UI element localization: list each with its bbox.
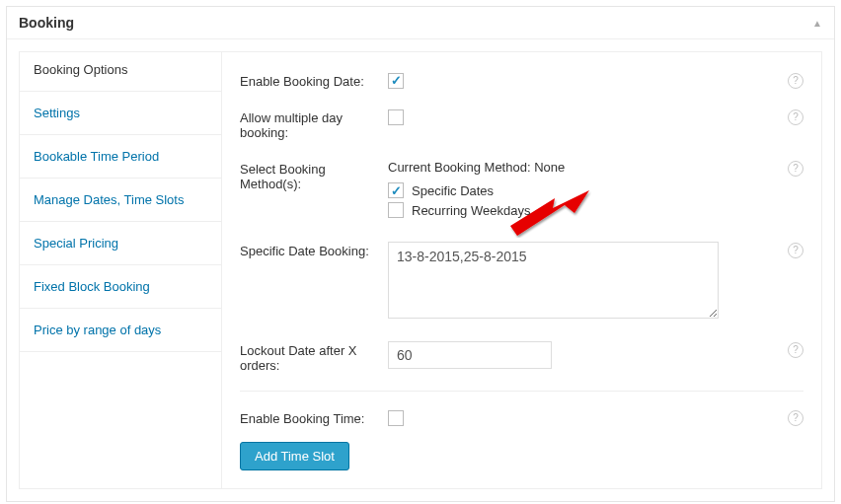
specific-dates-label: Specific Dates [412, 183, 494, 198]
row-enable-booking-time: Enable Booking Time: ? [240, 391, 803, 438]
specific-dates-checkbox[interactable] [388, 182, 404, 198]
specific-date-booking-input[interactable] [388, 242, 719, 319]
add-time-slot-button[interactable]: Add Time Slot [240, 442, 349, 470]
allow-multiple-day-checkbox[interactable] [388, 109, 404, 125]
sidebar: Booking Options Settings Bookable Time P… [20, 52, 222, 488]
panel-body: Booking Options Settings Bookable Time P… [7, 39, 834, 501]
panel-title: Booking [19, 15, 74, 31]
sidebar-item-manage-dates[interactable]: Manage Dates, Time Slots [20, 178, 221, 221]
row-enable-booking-date: Enable Booking Date: ? [240, 64, 803, 101]
recurring-weekdays-label: Recurring Weekdays [412, 203, 530, 218]
select-booking-method-label: Select Booking Method(s): [240, 160, 388, 191]
lockout-label: Lockout Date after X orders: [240, 341, 388, 373]
enable-booking-date-checkbox[interactable] [388, 73, 404, 89]
row-allow-multiple-day: Allow multiple day booking: ? [240, 101, 803, 152]
specific-date-booking-label: Specific Date Booking: [240, 242, 388, 258]
row-specific-date-booking: Specific Date Booking: ? [240, 234, 803, 333]
recurring-weekdays-checkbox[interactable] [388, 202, 404, 218]
sidebar-title: Booking Options [20, 52, 221, 91]
help-icon[interactable]: ? [788, 73, 803, 89]
help-icon[interactable]: ? [788, 243, 803, 258]
allow-multiple-day-label: Allow multiple day booking: [240, 108, 388, 140]
panel-header: Booking ▲ [7, 7, 834, 39]
row-lockout: Lockout Date after X orders: ? [240, 333, 803, 385]
lockout-input[interactable] [388, 341, 552, 369]
booking-panel: Booking ▲ Booking Options Settings Booka… [6, 6, 835, 502]
content-area: Enable Booking Date: ? Allow multiple da… [222, 52, 821, 488]
sidebar-item-settings[interactable]: Settings [20, 91, 221, 134]
help-icon[interactable]: ? [788, 109, 803, 125]
row-select-booking-method: Select Booking Method(s): Current Bookin… [240, 152, 803, 234]
inner-box: Booking Options Settings Bookable Time P… [19, 51, 822, 489]
help-icon[interactable]: ? [788, 410, 803, 426]
sidebar-item-price-by-range[interactable]: Price by range of days [20, 308, 221, 352]
enable-booking-time-label: Enable Booking Time: [240, 409, 388, 426]
help-icon[interactable]: ? [788, 342, 803, 358]
collapse-icon[interactable]: ▲ [812, 18, 822, 29]
sidebar-item-bookable-time-period[interactable]: Bookable Time Period [20, 134, 221, 178]
sidebar-item-fixed-block-booking[interactable]: Fixed Block Booking [20, 264, 221, 308]
enable-booking-time-checkbox[interactable] [388, 410, 404, 426]
enable-booking-date-label: Enable Booking Date: [240, 72, 388, 89]
sidebar-item-special-pricing[interactable]: Special Pricing [20, 221, 221, 264]
help-icon[interactable]: ? [788, 161, 803, 177]
current-booking-method-text: Current Booking Method: None [388, 160, 764, 175]
